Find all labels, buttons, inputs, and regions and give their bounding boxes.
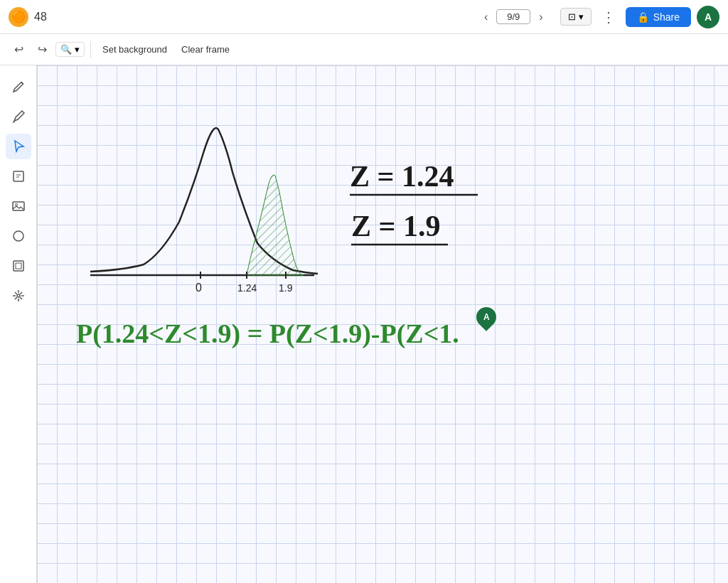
tool-shape[interactable] (6, 223, 31, 249)
right-controls: ⊡ ▾ ⋮ 🔒 Share A (560, 6, 719, 28)
topbar: 🟠 48 ‹ 9/9 › ⊡ ▾ ⋮ 🔒 Share A (0, 0, 728, 34)
zoom-control[interactable]: 🔍 ▾ (55, 42, 85, 57)
tool-select[interactable] (6, 134, 31, 159)
set-background-button[interactable]: Set background (97, 41, 173, 58)
tool-pen[interactable] (6, 74, 31, 100)
svg-point-6 (17, 294, 20, 297)
document-title: 48 (34, 11, 47, 23)
tool-image[interactable] (6, 193, 31, 219)
canvas-area[interactable]: 0 1.24 1.9 Z = 1.24 Z = 1.9 P(1.24<Z<1.9… (37, 65, 728, 583)
svg-text:P(1.24<Z<1.9) = P(Z<1.9)-P(Z<1: P(1.24<Z<1.9) = P(Z<1.9)-P(Z<1. (76, 319, 459, 349)
svg-point-3 (14, 231, 23, 241)
tool-note[interactable] (6, 164, 31, 189)
svg-text:1.9: 1.9 (279, 282, 293, 294)
page-indicator[interactable]: 9/9 (496, 9, 530, 24)
svg-rect-4 (14, 261, 23, 271)
screen-arrow: ▾ (579, 11, 584, 22)
tool-laser[interactable] (6, 283, 31, 309)
canvas-content: 0 1.24 1.9 Z = 1.24 Z = 1.9 P(1.24<Z<1.9… (37, 65, 728, 583)
collaborator-cursor: A (476, 307, 496, 331)
svg-rect-1 (13, 202, 24, 210)
user-avatar[interactable]: A (697, 6, 719, 28)
undo-button[interactable]: ↩ (9, 40, 29, 59)
nav-controls: ‹ 9/9 › (478, 8, 549, 26)
redo-button[interactable]: ↪ (32, 40, 53, 59)
svg-text:Z = 1.9: Z = 1.9 (351, 210, 440, 242)
more-options-button[interactable]: ⋮ (597, 6, 620, 28)
cursor-bubble: A (472, 303, 500, 331)
share-label: Share (653, 11, 680, 23)
screen-icon: ⊡ (568, 11, 576, 22)
svg-rect-0 (14, 171, 23, 181)
svg-text:0: 0 (196, 282, 202, 294)
zoom-icon: 🔍 (60, 44, 72, 55)
screen-button[interactable]: ⊡ ▾ (560, 8, 592, 26)
left-sidebar (0, 65, 37, 583)
share-button[interactable]: 🔒 Share (626, 7, 691, 27)
tool-frame[interactable] (6, 253, 31, 279)
svg-point-2 (15, 204, 17, 206)
zoom-arrow: ▾ (75, 44, 80, 55)
app-logo: 🟠 (9, 7, 28, 27)
nav-next-button[interactable]: › (533, 8, 548, 26)
toolbar-separator (90, 41, 91, 58)
cursor-avatar-label: A (483, 312, 490, 322)
svg-text:Z = 1.24: Z = 1.24 (350, 160, 454, 193)
nav-prev-button[interactable]: ‹ (478, 8, 493, 26)
tool-marker[interactable] (6, 104, 31, 129)
svg-text:1.24: 1.24 (237, 282, 257, 294)
svg-rect-5 (16, 263, 21, 269)
lock-icon: 🔒 (637, 11, 649, 23)
main-area: 0 1.24 1.9 Z = 1.24 Z = 1.9 P(1.24<Z<1.9… (0, 65, 728, 583)
toolbar: ↩ ↪ 🔍 ▾ Set background Clear frame (0, 34, 728, 65)
clear-frame-button[interactable]: Clear frame (176, 41, 235, 58)
